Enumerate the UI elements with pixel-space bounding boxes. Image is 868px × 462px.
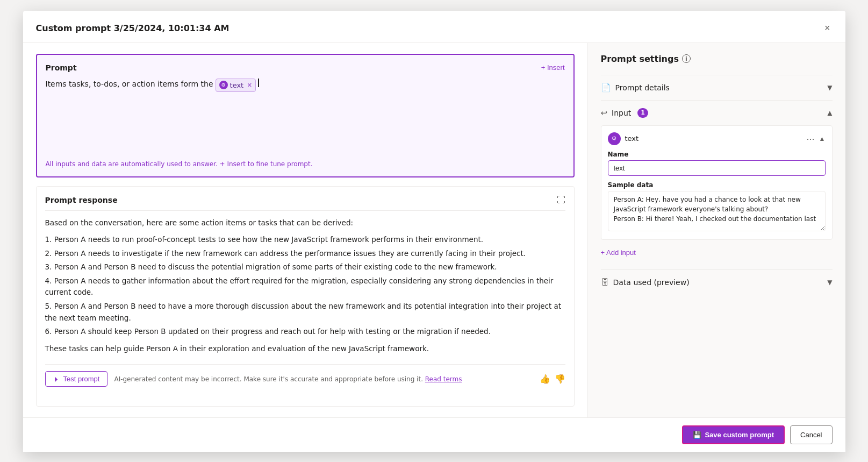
feedback-icons: 👍 👎 xyxy=(540,374,565,384)
token-label: text xyxy=(230,80,244,91)
list-item: 6. Person A should keep Person B updated… xyxy=(45,326,565,338)
input-count-badge: 1 xyxy=(637,108,648,118)
sample-data-label: Sample data xyxy=(608,181,826,189)
sidebar-title: Prompt settings i xyxy=(601,54,833,64)
sidebar: Prompt settings i 📄 Prompt details ▼ ↩ xyxy=(587,43,845,417)
chevron-down-icon: ▼ xyxy=(827,84,832,91)
dialog-header: Custom prompt 3/25/2024, 10:01:34 AM × xyxy=(23,11,845,43)
input-header[interactable]: ↩ Input 1 ▲ xyxy=(601,101,833,125)
prompt-details-label: Prompt details xyxy=(615,83,670,92)
dialog-title: Custom prompt 3/25/2024, 10:01:34 AM xyxy=(36,23,229,33)
thumbs-up-button[interactable]: 👍 xyxy=(540,374,550,384)
text-token-chip[interactable]: ⚙ text × xyxy=(216,79,256,93)
data-used-label: Data used (preview) xyxy=(613,278,690,287)
input-item-name: text xyxy=(625,134,639,143)
thumbs-down-button[interactable]: 👎 xyxy=(555,374,565,384)
input-item-collapse-button[interactable]: ▲ xyxy=(819,135,826,143)
save-custom-prompt-button[interactable]: 💾 Save custom prompt xyxy=(682,425,785,444)
prompt-details-accordion: 📄 Prompt details ▼ xyxy=(601,75,833,100)
input-item-more-button[interactable]: ··· xyxy=(807,134,815,144)
dialog-body: Prompt + Insert Items tasks, to-dos, or … xyxy=(23,43,845,417)
prompt-input-area[interactable]: Items tasks, to-dos, or action items for… xyxy=(46,79,565,154)
add-input-button[interactable]: + Add input xyxy=(601,246,636,259)
cancel-button[interactable]: Cancel xyxy=(790,425,832,444)
input-item-icon: ⚙ xyxy=(608,132,621,145)
test-prompt-button[interactable]: ⏵ Test prompt xyxy=(45,371,108,387)
response-label: Prompt response xyxy=(45,196,118,204)
chevron-up-icon: ▲ xyxy=(827,109,832,117)
input-item-header: ⚙ text ··· ▲ xyxy=(608,132,826,145)
dialog-footer: 💾 Save custom prompt Cancel xyxy=(23,417,845,452)
test-prompt-icon: ⏵ xyxy=(53,375,60,383)
expand-button[interactable]: ⛶ xyxy=(557,195,565,205)
main-content: Prompt + Insert Items tasks, to-dos, or … xyxy=(23,43,587,417)
data-used-header[interactable]: 🗄 Data used (preview) ▼ xyxy=(601,270,833,295)
input-icon: ↩ xyxy=(601,108,608,118)
prompt-section-header: Prompt + Insert xyxy=(46,63,565,72)
response-actions: ⏵ Test prompt AI-generated content may b… xyxy=(45,364,565,387)
save-icon: 💾 xyxy=(693,431,701,439)
response-body: Based on the conversation, here are some… xyxy=(45,217,565,355)
list-item: 3. Person A and Person B need to discuss… xyxy=(45,261,565,273)
response-footer-text: These tasks can help guide Person A in t… xyxy=(45,343,565,355)
name-field-label: Name xyxy=(608,151,826,158)
info-icon[interactable]: i xyxy=(682,54,691,63)
close-icon: × xyxy=(824,23,830,34)
ai-disclaimer: AI-generated content may be incorrect. M… xyxy=(114,375,533,383)
response-section: Prompt response ⛶ Based on the conversat… xyxy=(36,186,575,407)
prompt-details-icon: 📄 xyxy=(601,83,611,93)
text-cursor xyxy=(258,79,259,87)
token-close-icon[interactable]: × xyxy=(247,80,252,90)
list-item: 4. Person A needs to gather information … xyxy=(45,275,565,298)
insert-button[interactable]: + Insert xyxy=(541,63,565,72)
input-accordion: ↩ Input 1 ▲ ⚙ text xyxy=(601,100,833,269)
expand-icon: ⛶ xyxy=(557,195,565,204)
response-list: 1. Person A needs to run proof-of-concep… xyxy=(45,234,565,338)
name-field-input[interactable] xyxy=(608,160,826,176)
data-used-icon: 🗄 xyxy=(601,278,609,287)
sample-data-textarea[interactable] xyxy=(608,191,826,231)
prompt-details-header[interactable]: 📄 Prompt details ▼ xyxy=(601,75,833,100)
input-label: Input xyxy=(612,109,631,117)
token-icon: ⚙ xyxy=(219,81,228,89)
response-intro: Based on the conversation, here are some… xyxy=(45,217,565,229)
close-button[interactable]: × xyxy=(822,20,833,36)
prompt-section: Prompt + Insert Items tasks, to-dos, or … xyxy=(36,54,575,177)
main-dialog: Custom prompt 3/25/2024, 10:01:34 AM × P… xyxy=(23,11,845,452)
list-item: 5. Person A and Person B need to have a … xyxy=(45,301,565,324)
response-header: Prompt response ⛶ xyxy=(45,195,565,211)
list-item: 1. Person A needs to run proof-of-concep… xyxy=(45,234,565,246)
read-terms-link[interactable]: Read terms xyxy=(425,375,462,383)
prompt-label: Prompt xyxy=(46,63,77,72)
chevron-down-icon-2: ▼ xyxy=(827,279,832,286)
prompt-hint: All inputs and data are automatically us… xyxy=(46,160,565,168)
prompt-text: Items tasks, to-dos, or action items for… xyxy=(46,79,213,90)
input-item: ⚙ text ··· ▲ Name Sample data xyxy=(601,125,833,240)
input-accordion-content: ⚙ text ··· ▲ Name Sample data xyxy=(601,125,833,269)
data-used-accordion: 🗄 Data used (preview) ▼ xyxy=(601,269,833,295)
list-item: 2. Person A needs to investigate if the … xyxy=(45,248,565,260)
